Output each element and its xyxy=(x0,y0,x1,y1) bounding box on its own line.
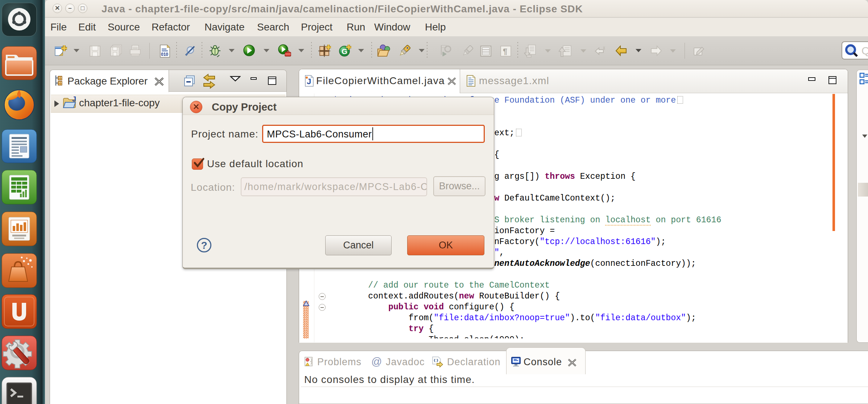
svg-text:J: J xyxy=(72,96,76,103)
svg-text:010: 010 xyxy=(161,52,168,57)
svg-text:¶: ¶ xyxy=(503,47,507,56)
svg-text:G: G xyxy=(342,47,347,55)
